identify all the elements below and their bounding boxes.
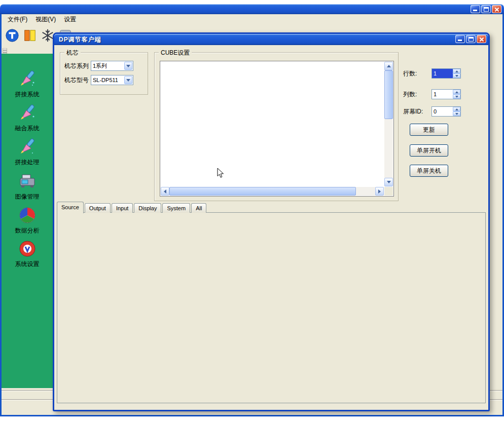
close-icon [477, 35, 486, 43]
sidebar: 拼接系统 融合系统 拼接处理 图像管理 数据分析 系统设置 [2, 54, 53, 388]
sidebar-item-system-settings[interactable]: 系统设置 [2, 240, 53, 268]
cube-group-label: CUBE设置 [159, 49, 192, 57]
spin-down-icon[interactable] [453, 73, 460, 78]
sidebar-item-label: 融合系统 [2, 124, 53, 133]
arrow-left-icon [162, 189, 166, 194]
dialog-close-button[interactable] [477, 35, 486, 43]
core-model-combo[interactable]: SL-DP511 [91, 75, 133, 85]
screen-id-spinner[interactable]: 0 [431, 106, 461, 117]
rows-label: 行数: [403, 68, 417, 79]
spin-up-icon[interactable] [453, 107, 460, 111]
cube-vertical-scrollbar[interactable] [384, 62, 393, 186]
spinner-arrows[interactable] [453, 90, 460, 99]
sidebar-item-splice-system[interactable]: 拼接系统 [2, 70, 53, 99]
text-tool-icon[interactable] [5, 28, 20, 43]
mouse-cursor-icon [217, 168, 224, 178]
menu-settings[interactable]: 设置 [60, 14, 80, 25]
tab-all[interactable]: All [191, 203, 206, 213]
main-window-buttons [471, 5, 501, 13]
printer-icon [18, 172, 37, 190]
system-badge-icon [18, 240, 37, 258]
tab-input[interactable]: Input [112, 203, 133, 213]
update-button[interactable]: 更新 [410, 124, 448, 136]
sidebar-item-fusion-system[interactable]: 融合系统 [2, 104, 53, 133]
core-group: 机芯 机芯系列 1系列 机芯型号 SL-DP511 [60, 52, 148, 95]
cols-spinner[interactable]: 1 [431, 89, 461, 99]
sidebar-item-data-analysis[interactable]: 数据分析 [2, 206, 53, 235]
sidebar-item-label: 数据分析 [2, 226, 53, 235]
dialog-maximize-button[interactable] [466, 35, 476, 43]
menu-file[interactable]: 文件(F) [4, 14, 31, 25]
tab-source[interactable]: Source [57, 202, 84, 213]
dialog-title: DP调节客户端 [59, 35, 101, 44]
minimize-icon [473, 10, 477, 11]
brush-icon [18, 138, 37, 156]
single-screen-power-on-button[interactable]: 单屏开机 [410, 144, 448, 157]
spinner-arrows[interactable] [453, 107, 460, 116]
scrollbar-corner [384, 187, 393, 196]
cols-label: 列数: [403, 89, 417, 99]
cube-canvas[interactable] [160, 61, 394, 197]
desktop: 文件(F) 视图(V) 设置 拼接系统 融合系统 拼接处理 [0, 0, 504, 422]
spinner-value[interactable]: 1 [432, 90, 453, 99]
spin-down-icon[interactable] [453, 94, 460, 99]
tab-system[interactable]: System [162, 203, 190, 213]
color-wheel-icon [18, 206, 37, 224]
minimize-icon [458, 40, 462, 41]
core-series-label: 机芯系列 [64, 61, 89, 71]
menu-view[interactable]: 视图(V) [31, 14, 60, 25]
spin-down-icon[interactable] [453, 111, 460, 116]
dialog-window-buttons [455, 35, 486, 43]
tab-display[interactable]: Display [134, 203, 161, 213]
spinner-arrows[interactable] [453, 69, 460, 78]
main-maximize-button[interactable] [481, 5, 491, 13]
menu-bar: 文件(F) 视图(V) 设置 [2, 14, 502, 24]
tab-strip: Source Output Input Display System All [57, 202, 207, 213]
arrow-up-icon [387, 63, 391, 67]
maximize-icon [469, 37, 474, 42]
brush-icon [18, 70, 37, 88]
scroll-up-button[interactable] [384, 62, 393, 70]
spin-up-icon[interactable] [453, 90, 460, 94]
dp-client-dialog: DP调节客户端 机芯 机芯系列 1系列 机芯型号 SL-DP511 [53, 32, 490, 411]
arrow-right-icon [378, 189, 383, 194]
sidebar-item-label: 拼接处理 [2, 158, 53, 167]
core-series-combo[interactable]: 1系列 [91, 61, 133, 71]
cube-group: CUBE设置 [154, 52, 399, 201]
arrow-down-icon [387, 181, 391, 185]
scroll-down-button[interactable] [384, 178, 393, 186]
scroll-right-button[interactable] [375, 187, 384, 196]
single-screen-power-off-button[interactable]: 单屏关机 [410, 165, 448, 177]
vertical-scroll-thumb[interactable] [384, 70, 393, 119]
dialog-minimize-button[interactable] [455, 35, 465, 43]
screen-id-label: 屏幕ID: [403, 106, 423, 117]
sidebar-item-image-management[interactable]: 图像管理 [2, 172, 53, 201]
sidebar-item-splice-process[interactable]: 拼接处理 [2, 138, 53, 167]
cube-horizontal-scrollbar[interactable] [161, 187, 384, 196]
tab-output[interactable]: Output [85, 203, 111, 213]
main-minimize-button[interactable] [471, 5, 480, 13]
toolbar-grip[interactable] [3, 48, 7, 54]
maximize-icon [484, 7, 489, 12]
spin-up-icon[interactable] [453, 69, 460, 73]
dialog-titlebar[interactable]: DP调节客户端 [54, 34, 488, 45]
spinner-value[interactable]: 1 [432, 69, 453, 78]
main-close-button[interactable] [492, 5, 501, 13]
combo-dropdown-icon[interactable] [124, 76, 132, 84]
brush-icon [18, 104, 37, 122]
core-model-label: 机芯型号 [64, 75, 89, 85]
combo-dropdown-icon[interactable] [124, 62, 132, 70]
horizontal-scroll-thumb[interactable] [169, 187, 356, 196]
spinner-value[interactable]: 0 [432, 107, 453, 116]
dialog-body: 机芯 机芯系列 1系列 机芯型号 SL-DP511 CUBE设置 [54, 45, 488, 410]
layout-panels-icon[interactable] [22, 28, 38, 43]
rows-spinner[interactable]: 1 [431, 68, 461, 79]
main-window-titlebar[interactable] [0, 4, 504, 14]
combo-value: 1系列 [91, 61, 124, 70]
core-group-label: 机芯 [64, 49, 81, 57]
combo-value: SL-DP511 [91, 75, 124, 85]
sidebar-item-label: 系统设置 [2, 260, 53, 268]
close-icon [492, 6, 501, 13]
scroll-left-button[interactable] [161, 187, 169, 196]
sidebar-item-label: 图像管理 [2, 193, 53, 201]
